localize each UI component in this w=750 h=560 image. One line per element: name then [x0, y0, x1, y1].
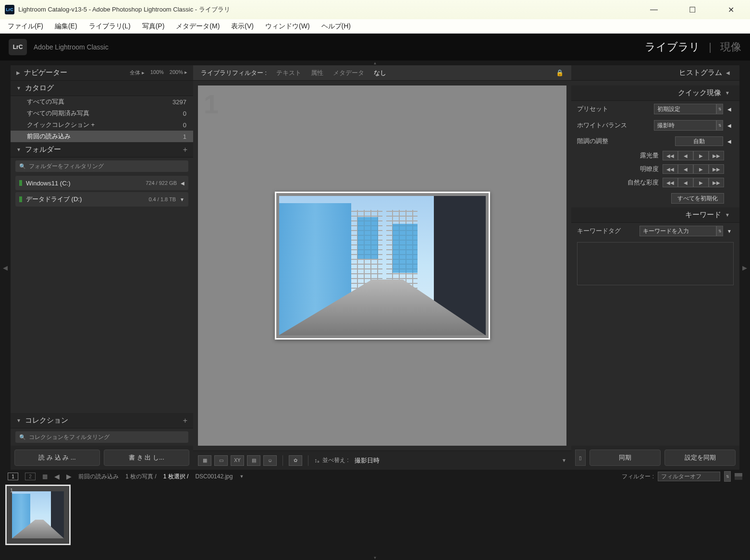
- menu-edit[interactable]: 編集(E): [49, 20, 83, 33]
- minimize-button[interactable]: —: [644, 2, 664, 17]
- compare-view-icon[interactable]: XY: [231, 455, 244, 466]
- spray-icon[interactable]: ✿: [289, 455, 302, 466]
- wb-spin[interactable]: ⇅: [716, 120, 723, 131]
- step-big-down[interactable]: ◀◀: [663, 151, 678, 160]
- step-down[interactable]: ◀: [678, 178, 693, 187]
- export-button[interactable]: 書 き 出 し...: [104, 450, 189, 466]
- zoom-fit[interactable]: 全体 ▸: [130, 69, 145, 76]
- add-collection-icon[interactable]: +: [183, 416, 187, 425]
- top-panel-toggle[interactable]: ▲: [0, 61, 750, 65]
- keyword-textarea[interactable]: [577, 242, 734, 285]
- filter-none[interactable]: なし: [374, 69, 386, 77]
- filename-dropdown-icon[interactable]: ▼: [239, 474, 244, 479]
- grid-view-icon[interactable]: ▦: [198, 455, 211, 466]
- menu-view[interactable]: 表示(V): [225, 20, 259, 33]
- monitor-1-button[interactable]: 1: [8, 473, 18, 480]
- catalog-quick-collection[interactable]: クイックコレクション + 0: [11, 119, 193, 131]
- volume-d[interactable]: データドライブ (D:) 0.4 / 1.8 TB ▼: [15, 192, 188, 207]
- import-button[interactable]: 読 み 込 み ...: [14, 450, 100, 466]
- module-library[interactable]: ライブラリ: [645, 40, 700, 54]
- filter-attribute[interactable]: 属性: [311, 69, 323, 77]
- step-down[interactable]: ◀: [678, 151, 693, 160]
- filter-lock-icon[interactable]: 🔒: [556, 69, 564, 76]
- sort-dropdown[interactable]: 撮影日時: [355, 456, 380, 465]
- nav-back-icon[interactable]: ◀: [54, 473, 60, 480]
- right-edge-toggle[interactable]: ▶: [739, 65, 750, 470]
- filter-spin[interactable]: ⇅: [724, 471, 731, 482]
- filter-text[interactable]: テキスト: [276, 69, 301, 77]
- menu-metadata[interactable]: メタデータ(M): [170, 20, 225, 33]
- bottom-panel-toggle[interactable]: ▼: [0, 555, 750, 560]
- preset-spin[interactable]: ⇅: [716, 104, 723, 114]
- add-folder-icon[interactable]: +: [183, 146, 187, 154]
- step-up[interactable]: ▶: [693, 164, 709, 174]
- step-up[interactable]: ▶: [693, 151, 709, 160]
- filmstrip[interactable]: 1: [0, 483, 750, 555]
- grid-icon[interactable]: ▦: [42, 473, 48, 480]
- step-big-up[interactable]: ▶▶: [709, 178, 724, 187]
- step-big-up[interactable]: ▶▶: [709, 151, 724, 160]
- step-big-up[interactable]: ▶▶: [709, 164, 724, 174]
- nav-forward-icon[interactable]: ▶: [66, 473, 72, 480]
- filter-toggle-icon[interactable]: [735, 473, 742, 480]
- image-viewport[interactable]: 1: [198, 85, 566, 446]
- zoom-100[interactable]: 100%: [150, 69, 164, 76]
- quick-develop-header[interactable]: クイック現像 ▼: [571, 85, 739, 101]
- module-develop[interactable]: 現像: [720, 40, 741, 54]
- left-edge-toggle[interactable]: ◀: [0, 65, 11, 470]
- sort-direction-icon[interactable]: ↕ₐ: [314, 457, 320, 464]
- filmstrip-thumb[interactable]: 1: [7, 486, 69, 544]
- collections-header[interactable]: ▼ コレクション +: [11, 413, 193, 428]
- keyword-spin[interactable]: ⇅: [716, 226, 723, 236]
- chevron-left-icon: ◀: [726, 70, 730, 75]
- tone-auto-button[interactable]: 自動: [675, 136, 723, 146]
- catalog-previous-import[interactable]: 前回の読み込み 1: [11, 131, 193, 142]
- tone-disclosure[interactable]: ◀: [725, 139, 734, 144]
- survey-view-icon[interactable]: ▤: [247, 455, 260, 466]
- menu-help[interactable]: ヘルプ(H): [316, 20, 357, 33]
- reset-all-button[interactable]: すべてを初期化: [671, 193, 724, 204]
- collection-filter-input[interactable]: 🔍 コレクションをフィルタリング: [15, 431, 188, 443]
- keyword-select[interactable]: キーワードを入力: [639, 226, 716, 236]
- sync-button[interactable]: 同期: [590, 450, 661, 466]
- source-label[interactable]: 前回の読み込み: [78, 473, 119, 481]
- volume-c[interactable]: Windows11 (C:) 724 / 922 GB ◀: [15, 176, 188, 190]
- people-view-icon[interactable]: ☺: [263, 455, 277, 466]
- filter-metadata[interactable]: メタデータ: [333, 69, 364, 77]
- navigator-header[interactable]: ▶ ナビゲーター 全体 ▸ 100% 200% ▸: [11, 65, 193, 81]
- sync-toggle[interactable]: ▯: [575, 450, 586, 466]
- wb-select[interactable]: 撮影時: [654, 120, 716, 131]
- histogram-header[interactable]: ヒストグラム ◀: [571, 65, 739, 81]
- sync-settings-button[interactable]: 設定を同期: [664, 450, 736, 466]
- keyword-disclosure[interactable]: ▼: [725, 229, 734, 234]
- toolbar-menu-icon[interactable]: ▼: [562, 458, 566, 463]
- center-toolbar: ▦ ▭ XY ▤ ☺ ✿ ↕ₐ 並べ替え : 撮影日時 ▼: [193, 450, 571, 470]
- keywords-header[interactable]: キーワード ▼: [571, 207, 739, 223]
- catalog-synced[interactable]: すべての同期済み写真 0: [11, 108, 193, 119]
- menu-window[interactable]: ウィンドウ(W): [259, 20, 316, 33]
- step-up[interactable]: ▶: [693, 178, 709, 187]
- folders-header[interactable]: ▼ フォルダー +: [11, 142, 193, 158]
- step-big-down[interactable]: ◀◀: [663, 164, 678, 174]
- monitor-2-button[interactable]: 2: [25, 473, 36, 480]
- step-big-down[interactable]: ◀◀: [663, 178, 678, 187]
- maximize-button[interactable]: ☐: [683, 2, 702, 17]
- preset-disclosure[interactable]: ◀: [725, 107, 734, 112]
- close-button[interactable]: ✕: [721, 2, 740, 17]
- filter-off-select[interactable]: フィルターオフ: [658, 472, 720, 481]
- menu-photo[interactable]: 写真(P): [136, 20, 171, 33]
- folder-filter-input[interactable]: 🔍 フォルダーをフィルタリング: [15, 160, 188, 172]
- catalog-all-photos[interactable]: すべての写真 3297: [11, 96, 193, 108]
- chevron-down-icon[interactable]: ▼: [180, 197, 184, 202]
- preset-select[interactable]: 初期設定: [654, 104, 716, 114]
- zoom-200[interactable]: 200% ▸: [170, 69, 187, 76]
- folders-title: フォルダー: [25, 145, 61, 154]
- right-panel: ヒストグラム ◀ クイック現像 ▼ プリセット 初期設定 ⇅ ◀ ホワイトバラン…: [571, 65, 739, 470]
- menu-library[interactable]: ライブラリ(L): [83, 20, 136, 33]
- wb-disclosure[interactable]: ◀: [725, 123, 734, 128]
- menu-file[interactable]: ファイル(F): [2, 20, 49, 33]
- step-down[interactable]: ◀: [678, 164, 693, 174]
- catalog-header[interactable]: ▼ カタログ: [11, 81, 193, 96]
- loupe-view-icon[interactable]: ▭: [214, 455, 228, 466]
- chevron-left-icon[interactable]: ◀: [181, 181, 184, 186]
